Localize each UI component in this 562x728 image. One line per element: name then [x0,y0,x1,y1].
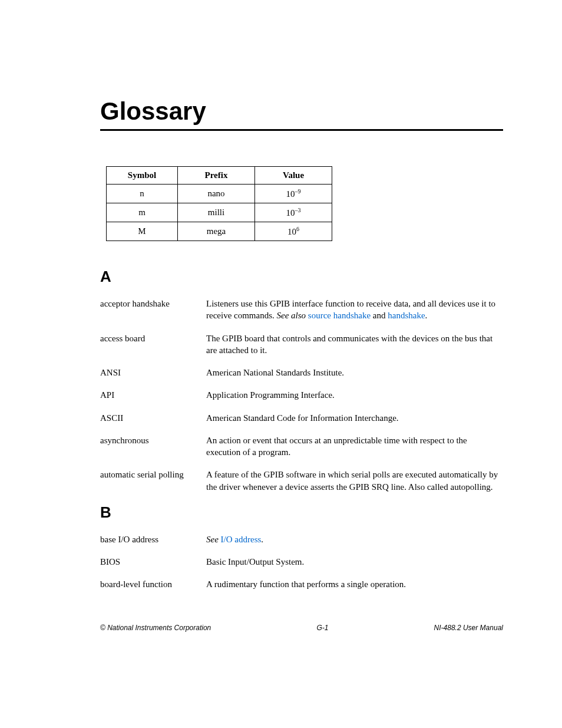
term: BIOS [100,556,206,568]
cell-symbol: m [107,203,178,222]
term: API [100,389,206,401]
prefix-table: Symbol Prefix Value n nano 10–9 m milli … [106,166,332,241]
def-text: . [425,311,428,320]
glossary-entry: ASCII American Standard Code for Informa… [100,412,503,424]
glossary-entry: acceptor handshake Listeners use this GP… [100,298,503,322]
see-label: See [206,535,219,544]
definition: American Standard Code for Information I… [206,412,503,424]
link-handshake[interactable]: handshake [388,311,425,320]
value-base: 10 [286,208,295,218]
def-text: and [371,311,388,320]
section-letter-b: B [100,503,503,522]
term: automatic serial polling [100,469,206,493]
cell-prefix: nano [178,185,255,203]
cell-value: 10–3 [255,203,332,222]
footer-center: G-1 [316,624,328,632]
th-symbol: Symbol [107,167,178,185]
term: base I/O address [100,533,206,545]
link-io-address[interactable]: I/O address [221,535,262,544]
see-also-label: See also [277,311,306,320]
cell-symbol: n [107,185,178,203]
footer-left: © National Instruments Corporation [100,624,211,632]
glossary-entry: access board The GPIB board that control… [100,332,503,357]
title-rule [100,129,503,131]
definition: American National Standards Institute. [206,367,503,378]
definition: Basic Input/Output System. [206,556,503,568]
definition: A feature of the GPIB software in which … [206,469,503,493]
value-exp: –9 [295,188,301,195]
glossary-entry: board-level function A rudimentary funct… [100,578,503,590]
term: access board [100,332,206,357]
link-source-handshake[interactable]: source handshake [308,311,371,320]
page-footer: © National Instruments Corporation G-1 N… [100,624,503,632]
term: ANSI [100,367,206,378]
value-exp: 6 [296,226,299,232]
glossary-entry: BIOS Basic Input/Output System. [100,556,503,568]
definition: Application Programming Interface. [206,389,503,401]
value-base: 10 [287,227,296,236]
glossary-entry: asynchronous An action or event that occ… [100,434,503,459]
definition: A rudimentary function that performs a s… [206,578,503,590]
glossary-entry: automatic serial polling A feature of th… [100,469,503,493]
cell-value: 10–9 [255,185,332,203]
cell-prefix: mega [178,222,255,241]
definition: Listeners use this GPIB interface functi… [206,298,503,322]
section-letter-a: A [100,268,503,286]
glossary-entry: ANSI American National Standards Institu… [100,367,503,378]
table-row: m milli 10–3 [107,203,332,222]
term: ASCII [100,412,206,424]
value-exp: –3 [295,207,301,213]
th-value: Value [255,167,332,185]
th-prefix: Prefix [178,167,255,185]
term: asynchronous [100,434,206,459]
footer-right: NI-488.2 User Manual [434,624,503,632]
glossary-entry: API Application Programming Interface. [100,389,503,401]
term: acceptor handshake [100,298,206,322]
definition: The GPIB board that controls and communi… [206,332,503,357]
cell-prefix: milli [178,203,255,222]
definition: See I/O address. [206,533,503,545]
glossary-entry: base I/O address See I/O address. [100,533,503,545]
cell-value: 106 [255,222,332,241]
page-title: Glossary [100,97,503,126]
cell-symbol: M [107,222,178,241]
term: board-level function [100,578,206,590]
table-row: M mega 106 [107,222,332,241]
definition: An action or event that occurs at an unp… [206,434,503,459]
def-text: . [261,535,263,544]
value-base: 10 [286,189,295,199]
table-row: n nano 10–9 [107,185,332,203]
